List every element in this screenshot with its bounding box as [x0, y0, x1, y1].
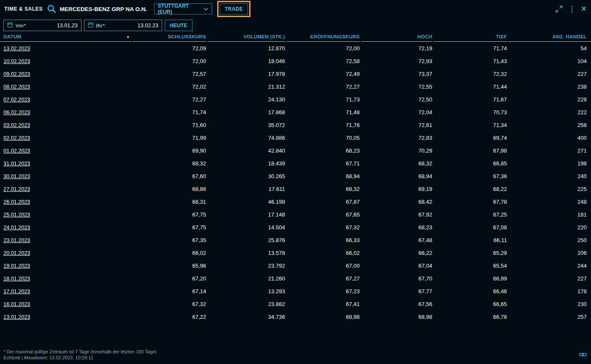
date-link[interactable]: 08.02.2023	[3, 84, 30, 90]
column-header-volumen[interactable]: VOLUMEN (STK.)	[207, 34, 285, 42]
cell-value: 72,93	[361, 58, 432, 64]
expand-icon[interactable]	[555, 5, 563, 13]
topbar: TIME & SALES MERCEDES-BENZ GRP NA O.N. S…	[0, 0, 591, 18]
cell-datum: 20.01.2023	[0, 250, 131, 256]
cell-value: 67,04	[361, 263, 432, 269]
date-link[interactable]: 03.02.2023	[3, 122, 30, 128]
cell-datum: 23.01.2023	[0, 237, 131, 243]
table-row: 13.02.202372,0912.87072,0072,1971,7454	[0, 42, 591, 55]
kebab-menu-icon[interactable]	[570, 5, 574, 13]
cell-value: 17.978	[207, 71, 285, 77]
table-row: 10.02.202372,0018.04672,5872,9371,43104	[0, 55, 591, 67]
cell-value: 68,32	[286, 186, 360, 192]
close-icon[interactable]: ✕	[581, 6, 587, 12]
cell-value: 68,94	[286, 173, 360, 179]
cell-value: 68,31	[133, 199, 206, 205]
date-link[interactable]: 31.01.2023	[3, 161, 30, 167]
bis-value: 13.02.23	[108, 23, 158, 29]
date-link[interactable]: 17.01.2023	[3, 289, 30, 295]
date-link[interactable]: 25.01.2023	[3, 212, 30, 218]
column-header-hoch[interactable]: HOCH	[361, 34, 432, 42]
date-link[interactable]: 20.01.2023	[3, 250, 30, 256]
table-row: 06.02.202371,7417.86871,4872,0470,73222	[0, 106, 591, 118]
date-link[interactable]: 07.02.2023	[3, 97, 30, 103]
column-header-anz-handel[interactable]: ANZ. HANDEL	[508, 34, 591, 42]
trade-button[interactable]: TRADE	[220, 3, 248, 14]
date-link[interactable]: 06.02.2023	[3, 110, 30, 116]
table-row: 07.02.202372,2724.13071,7372,5071,67228	[0, 93, 591, 106]
date-link[interactable]: 13.02.2023	[3, 46, 30, 52]
cell-value: 72,27	[133, 96, 206, 103]
cell-value: 23.792	[207, 263, 285, 269]
date-link[interactable]: 10.02.2023	[3, 58, 30, 64]
table-header: DATUM ▼ SCHLUSSKURS VOLUMEN (STK.) ERÖFF…	[0, 34, 591, 42]
column-header-tief[interactable]: TIEF	[434, 34, 507, 42]
cell-datum: 17.01.2023	[0, 288, 131, 295]
date-link[interactable]: 09.02.2023	[3, 71, 30, 77]
date-link[interactable]: 30.01.2023	[3, 173, 30, 179]
cell-value: 66,33	[286, 237, 360, 243]
cell-value: 248	[508, 199, 591, 205]
column-header-schlusskurs[interactable]: SCHLUSSKURS	[133, 34, 206, 42]
cell-datum: 01.02.2023	[0, 147, 131, 154]
date-link[interactable]: 24.01.2023	[3, 225, 30, 231]
cell-value: 72,32	[434, 71, 507, 77]
cell-value: 14.504	[207, 224, 285, 231]
table-row: 30.01.202367,6030.26568,9468,9467,36240	[0, 170, 591, 182]
heute-button[interactable]: HEUTE	[165, 20, 192, 31]
von-date-field[interactable]: Von*: 13.01.23	[3, 20, 82, 31]
link-icon[interactable]	[579, 351, 587, 359]
date-link[interactable]: 27.01.2023	[3, 186, 30, 192]
table-row: 25.01.202367,7517.14867,6567,9267,25181	[0, 208, 591, 221]
table-row: 18.01.202367,2021.26067,2767,7066,99227	[0, 272, 591, 285]
cell-value: 66,99	[434, 275, 507, 282]
cell-value: 68,94	[361, 173, 432, 179]
cell-value: 67,75	[133, 211, 206, 218]
cell-value: 71,76	[286, 122, 360, 128]
cell-value: 72,09	[133, 45, 206, 52]
cell-datum: 07.02.2023	[0, 96, 131, 103]
sort-descending-icon[interactable]: ▼	[126, 35, 131, 39]
date-link[interactable]: 19.01.2023	[3, 263, 30, 269]
von-label: Von*:	[15, 23, 27, 28]
cell-value: 72,19	[361, 45, 432, 52]
date-link[interactable]: 18.01.2023	[3, 276, 30, 282]
bis-date-field[interactable]: Bis*: 13.02.23	[84, 20, 162, 31]
bis-label: Bis*:	[96, 23, 106, 28]
cell-value: 18.439	[207, 160, 285, 167]
cell-value: 238	[508, 84, 591, 90]
cell-value: 72,83	[361, 135, 432, 141]
cell-value: 72,27	[286, 84, 360, 90]
cell-value: 67,00	[286, 263, 360, 269]
cell-value: 69,90	[133, 147, 206, 154]
cell-value: 67,77	[361, 288, 432, 295]
table-row: 17.01.202367,1413.29367,2367,7766,46178	[0, 285, 591, 298]
cell-value: 66,11	[434, 237, 507, 243]
cell-value: 21.260	[207, 275, 285, 282]
cell-value: 67,71	[286, 160, 360, 167]
footer-note: * Der maximal gültige Zeitraum ist 7 Tag…	[3, 349, 157, 355]
date-link[interactable]: 26.01.2023	[3, 199, 30, 205]
column-header-datum[interactable]: DATUM ▼	[0, 34, 131, 42]
cell-value: 68,98	[286, 314, 360, 320]
table-row: 03.02.202371,6035.07271,7672,6171,34258	[0, 118, 591, 131]
exchange-select[interactable]: STUTTGART (EUR)	[154, 3, 212, 14]
cell-datum: 19.01.2023	[0, 263, 131, 269]
cell-value: 71,34	[434, 122, 507, 128]
cell-value: 220	[508, 224, 591, 231]
cell-value: 67,32	[133, 301, 206, 307]
date-link[interactable]: 01.02.2023	[3, 148, 30, 154]
cell-datum: 13.01.2023	[0, 314, 131, 320]
date-link[interactable]: 13.01.2023	[3, 314, 30, 320]
date-link[interactable]: 16.01.2023	[3, 301, 30, 307]
search-icon[interactable]	[47, 4, 56, 14]
cell-value: 65,29	[434, 250, 507, 256]
filterbar: Von*: 13.01.23 Bis*: 13.02.23 HEUTE	[3, 20, 192, 31]
date-link[interactable]: 23.01.2023	[3, 237, 30, 243]
column-header-eroeffnungskurs[interactable]: ERÖFFNUNGSKURS	[286, 34, 360, 42]
cell-value: 67,25	[434, 211, 507, 218]
date-link[interactable]: 02.02.2023	[3, 135, 30, 141]
cell-datum: 26.01.2023	[0, 199, 131, 205]
cell-value: 71,43	[434, 58, 507, 64]
cell-value: 66,46	[434, 288, 507, 295]
